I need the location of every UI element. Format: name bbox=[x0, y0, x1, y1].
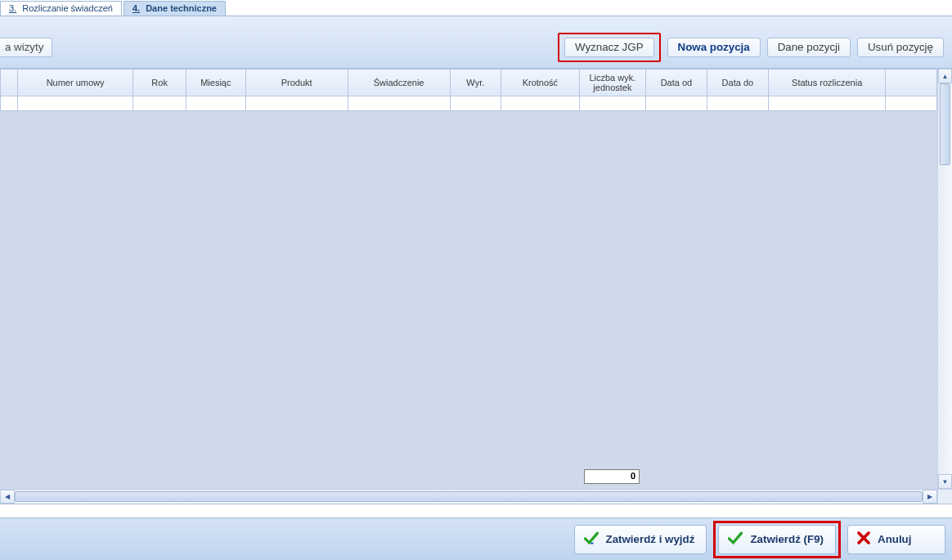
col-data-do[interactable]: Data do bbox=[707, 69, 768, 96]
zatwierdz-i-wyjdz-button[interactable]: Zatwierdź i wyjdź bbox=[574, 525, 707, 554]
col-wyr[interactable]: Wyr. bbox=[450, 69, 501, 96]
close-icon bbox=[856, 531, 871, 548]
table-header-row: Numer umowy Rok Miesiąc Produkt Świadcze… bbox=[1, 69, 937, 96]
zatwierdz-button[interactable]: Zatwierdź (F9) bbox=[718, 525, 836, 554]
col-status[interactable]: Status rozliczenia bbox=[768, 69, 886, 96]
scroll-left-icon[interactable]: ◀ bbox=[0, 490, 15, 504]
highlight-zatwierdz: Zatwierdź (F9) bbox=[713, 521, 841, 558]
tab-number: 3. bbox=[9, 3, 16, 13]
col-selector[interactable] bbox=[1, 69, 18, 96]
scroll-thumb[interactable] bbox=[940, 83, 950, 165]
toolbar: a wizyty Wyznacz JGP Nowa pozycja Dane p… bbox=[0, 16, 952, 69]
wizyty-button[interactable]: a wizyty bbox=[0, 38, 52, 57]
dane-pozycji-button[interactable]: Dane pozycji bbox=[767, 38, 851, 57]
highlight-wyznacz-jgp: Wyznacz JGP bbox=[558, 33, 661, 62]
tab-label: Dane techniczne bbox=[146, 3, 217, 13]
horizontal-scrollbar[interactable]: ◀ ▶ bbox=[0, 489, 937, 504]
summary-total: 0 bbox=[584, 469, 640, 484]
scroll-down-icon[interactable]: ▼ bbox=[938, 474, 952, 489]
button-label: Zatwierdź i wyjdź bbox=[606, 533, 695, 545]
button-label: Anuluj bbox=[878, 533, 911, 545]
spacer bbox=[0, 504, 952, 517]
col-extra[interactable] bbox=[886, 69, 937, 96]
scroll-thumb[interactable] bbox=[15, 491, 923, 502]
nowa-pozycja-button[interactable]: Nowa pozycja bbox=[667, 38, 761, 57]
col-krotnosc[interactable]: Krotność bbox=[501, 69, 580, 96]
col-numer-umowy[interactable]: Numer umowy bbox=[17, 69, 133, 96]
col-produkt[interactable]: Produkt bbox=[245, 69, 348, 96]
wyznacz-jgp-button[interactable]: Wyznacz JGP bbox=[564, 38, 654, 57]
tabs-bar: 3. Rozliczanie świadczeń 4. Dane technic… bbox=[0, 0, 952, 16]
tab-rozliczanie[interactable]: 3. Rozliczanie świadczeń bbox=[0, 1, 122, 16]
col-liczba-jednostek[interactable]: Liczba wyk. jednostek bbox=[579, 69, 645, 96]
tab-dane-techniczne[interactable]: 4. Dane techniczne bbox=[123, 1, 226, 16]
footer-bar: Zatwierdź i wyjdź Zatwierdź (F9) Anuluj bbox=[0, 517, 952, 560]
check-arrow-icon bbox=[583, 530, 599, 549]
scroll-corner bbox=[937, 489, 952, 504]
table-wrapper: Numer umowy Rok Miesiąc Produkt Świadcze… bbox=[0, 69, 952, 504]
data-grid[interactable]: Numer umowy Rok Miesiąc Produkt Świadcze… bbox=[0, 69, 937, 111]
check-icon bbox=[727, 530, 743, 549]
table-row[interactable] bbox=[1, 96, 937, 111]
col-data-od[interactable]: Data od bbox=[645, 69, 707, 96]
col-miesiac[interactable]: Miesiąc bbox=[186, 69, 245, 96]
col-rok[interactable]: Rok bbox=[133, 69, 186, 96]
vertical-scrollbar[interactable]: ▲ ▼ bbox=[937, 69, 952, 489]
button-label: Zatwierdź (F9) bbox=[750, 533, 824, 545]
scroll-right-icon[interactable]: ▶ bbox=[923, 490, 937, 504]
col-swiadczenie[interactable]: Świadczenie bbox=[348, 69, 450, 96]
tab-number: 4. bbox=[132, 3, 140, 13]
scroll-up-icon[interactable]: ▲ bbox=[938, 69, 952, 83]
usun-pozycje-button[interactable]: Usuń pozycję bbox=[857, 38, 944, 57]
tab-label: Rozliczanie świadczeń bbox=[22, 3, 113, 13]
anuluj-button[interactable]: Anuluj bbox=[847, 525, 945, 554]
